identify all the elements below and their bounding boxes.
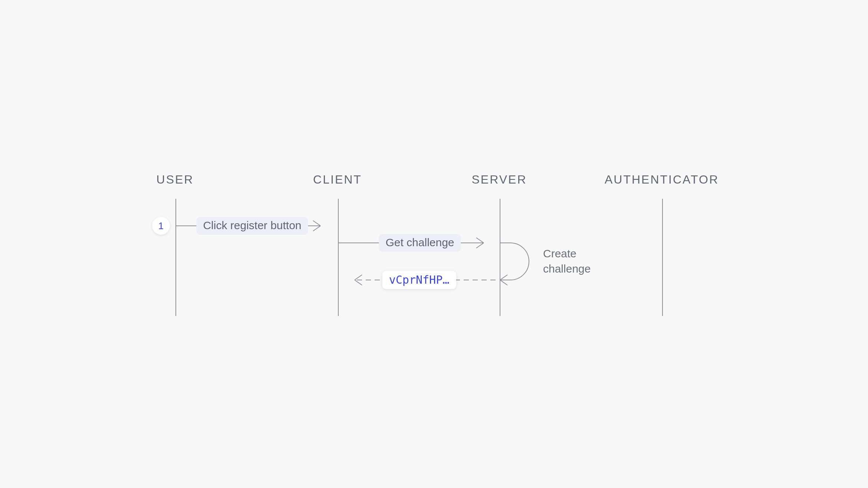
message-click-register: Click register button <box>196 217 308 235</box>
lifeline-authenticator <box>662 199 663 316</box>
lane-header-user: USER <box>157 173 194 187</box>
step-badge-1: 1 <box>152 217 170 235</box>
note-create-challenge: Create challenge <box>543 246 591 276</box>
lane-header-server: SERVER <box>471 173 527 187</box>
message-challenge-token: vCprNfHP… <box>382 271 456 289</box>
lifeline-client <box>338 199 339 316</box>
lifeline-server <box>500 199 500 316</box>
message-get-challenge: Get challenge <box>379 234 461 252</box>
lane-header-authenticator: AUTHENTICATOR <box>605 173 719 187</box>
sequence-diagram: USER CLIENT SERVER AUTHENTICATOR Client … <box>0 0 868 488</box>
lifeline-user <box>175 199 176 316</box>
lane-header-client: CLIENT <box>313 173 362 187</box>
step-number: 1 <box>158 220 164 232</box>
